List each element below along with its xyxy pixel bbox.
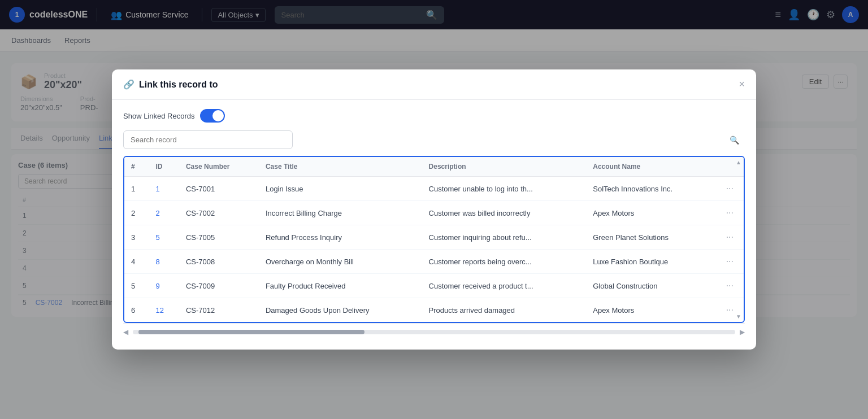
- table-row[interactable]: 6 12 CS-7012 Damaged Goods Upon Delivery…: [124, 298, 744, 322]
- scroll-up-arrow[interactable]: ▲: [735, 158, 743, 167]
- row-more-actions[interactable]: ···: [716, 274, 744, 298]
- modal-search-input[interactable]: [123, 130, 293, 149]
- modal-close-button[interactable]: ×: [739, 78, 745, 90]
- row-num: 3: [124, 225, 149, 250]
- vertical-scroll: ▲: [735, 158, 743, 167]
- modal-data-table: # ID Case Number Case Title Description …: [124, 157, 744, 322]
- modal-search-wrap: 🔍: [123, 130, 745, 149]
- col-case-number: Case Number: [179, 157, 259, 177]
- row-id: 5: [149, 225, 179, 250]
- col-account-name: Account Name: [586, 157, 715, 177]
- row-case-title: Damaged Goods Upon Delivery: [259, 298, 422, 322]
- row-more-actions[interactable]: ···: [716, 177, 744, 201]
- scroll-track[interactable]: [133, 330, 735, 334]
- row-more-button[interactable]: ···: [723, 231, 737, 243]
- row-case-title: Overcharge on Monthly Bill: [259, 250, 422, 274]
- link-record-modal: 🔗 Link this record to × Show Linked Reco…: [112, 69, 756, 350]
- row-description: Customer reports being overc...: [422, 250, 587, 274]
- scroll-down-wrapper: ▼: [735, 311, 743, 321]
- id-link[interactable]: 2: [155, 209, 159, 217]
- row-id: 1: [149, 177, 179, 201]
- link-icon: 🔗: [123, 79, 134, 90]
- row-case-title: Incorrect Billing Charge: [259, 201, 422, 225]
- row-id: 9: [149, 274, 179, 298]
- row-case-number: CS-7012: [179, 298, 259, 322]
- row-case-title: Faulty Product Received: [259, 274, 422, 298]
- row-num: 1: [124, 177, 149, 201]
- scroll-thumb: [138, 330, 364, 334]
- row-more-button[interactable]: ···: [723, 207, 737, 219]
- col-id: ID: [149, 157, 179, 177]
- col-case-title: Case Title: [259, 157, 422, 177]
- row-more-button[interactable]: ···: [723, 280, 737, 292]
- table-row[interactable]: 2 2 CS-7002 Incorrect Billing Charge Cus…: [124, 201, 744, 225]
- row-description: Customer unable to log into th...: [422, 177, 587, 201]
- row-description: Products arrived damaged: [422, 298, 587, 322]
- table-row[interactable]: 1 1 CS-7001 Login Issue Customer unable …: [124, 177, 744, 201]
- row-num: 5: [124, 274, 149, 298]
- modal-title-area: 🔗 Link this record to: [123, 79, 218, 90]
- row-account-name: Global Construction: [586, 274, 715, 298]
- row-account-name: SolTech Innovations Inc.: [586, 177, 715, 201]
- id-link[interactable]: 5: [155, 233, 159, 242]
- modal-title-text: Link this record to: [139, 80, 218, 90]
- toggle-dot: [212, 110, 224, 121]
- row-num: 6: [124, 298, 149, 322]
- row-id: 8: [149, 250, 179, 274]
- id-link[interactable]: 9: [155, 282, 159, 290]
- table-head: # ID Case Number Case Title Description …: [124, 157, 744, 177]
- row-more-button[interactable]: ···: [723, 255, 737, 268]
- row-num: 2: [124, 201, 149, 225]
- id-link[interactable]: 1: [155, 185, 159, 193]
- scroll-left-arrow[interactable]: ◀: [123, 328, 128, 336]
- row-case-title: Refund Process Inquiry: [259, 225, 422, 250]
- modal-overlay: 🔗 Link this record to × Show Linked Reco…: [0, 0, 868, 419]
- row-id: 2: [149, 201, 179, 225]
- modal-header: 🔗 Link this record to ×: [112, 69, 756, 100]
- id-link[interactable]: 8: [155, 257, 159, 266]
- show-linked-row: Show Linked Records: [123, 109, 745, 123]
- modal-search-icon: 🔍: [730, 136, 739, 145]
- table-row[interactable]: 3 5 CS-7005 Refund Process Inquiry Custo…: [124, 225, 744, 250]
- row-more-actions[interactable]: ···: [716, 250, 744, 274]
- row-more-actions[interactable]: ···: [716, 225, 744, 250]
- row-description: Customer inquiring about refu...: [422, 225, 587, 250]
- row-account-name: Apex Motors: [586, 298, 715, 322]
- row-case-title: Login Issue: [259, 177, 422, 201]
- modal-table-body: 1 1 CS-7001 Login Issue Customer unable …: [124, 177, 744, 322]
- id-link[interactable]: 12: [155, 306, 163, 315]
- modal-table-wrap[interactable]: # ID Case Number Case Title Description …: [123, 156, 745, 323]
- table-row[interactable]: 4 8 CS-7008 Overcharge on Monthly Bill C…: [124, 250, 744, 274]
- horizontal-scrollbar[interactable]: ◀ ▶: [123, 323, 745, 341]
- row-more-button[interactable]: ···: [723, 182, 737, 195]
- row-account-name: Apex Motors: [586, 201, 715, 225]
- row-case-number: CS-7008: [179, 250, 259, 274]
- show-linked-toggle[interactable]: [200, 109, 225, 123]
- scroll-right-arrow[interactable]: ▶: [740, 328, 745, 336]
- row-num: 4: [124, 250, 149, 274]
- col-description: Description: [422, 157, 587, 177]
- row-case-number: CS-7002: [179, 201, 259, 225]
- row-more-actions[interactable]: ···: [716, 201, 744, 225]
- row-id: 12: [149, 298, 179, 322]
- row-case-number: CS-7001: [179, 177, 259, 201]
- modal-body: Show Linked Records 🔍 # ID Case Number: [112, 100, 756, 350]
- table-row[interactable]: 5 9 CS-7009 Faulty Product Received Cust…: [124, 274, 744, 298]
- row-case-number: CS-7005: [179, 225, 259, 250]
- scroll-down-arrow[interactable]: ▼: [735, 312, 743, 321]
- col-num: #: [124, 157, 149, 177]
- show-linked-label: Show Linked Records: [123, 112, 194, 120]
- row-account-name: Green Planet Solutions: [586, 225, 715, 250]
- row-case-number: CS-7009: [179, 274, 259, 298]
- row-description: Customer was billed incorrectly: [422, 201, 587, 225]
- row-account-name: Luxe Fashion Boutique: [586, 250, 715, 274]
- row-description: Customer received a product t...: [422, 274, 587, 298]
